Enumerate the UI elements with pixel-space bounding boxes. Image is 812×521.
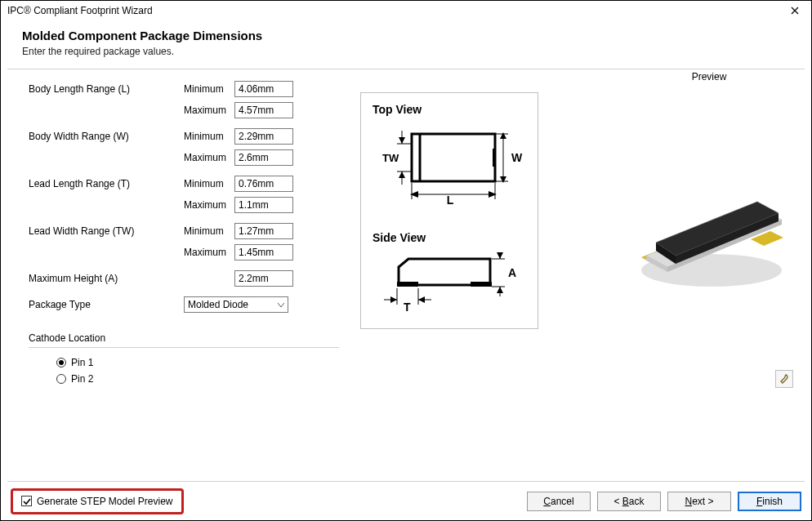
svg-marker-36 bbox=[418, 296, 425, 303]
body-width-min-input[interactable] bbox=[234, 128, 293, 145]
body-width-label: Body Width Range (W) bbox=[29, 131, 184, 142]
preview-settings-button[interactable] bbox=[775, 370, 793, 388]
svg-marker-6 bbox=[500, 132, 506, 139]
svg-rect-23 bbox=[471, 282, 492, 287]
body-length-max-input[interactable] bbox=[234, 102, 293, 118]
minimum-label: Minimum bbox=[184, 178, 234, 189]
back-button[interactable]: < Back bbox=[597, 492, 661, 511]
back-button-label: < Back bbox=[613, 496, 644, 507]
wizard-window: IPC® Compliant Footprint Wizard Molded C… bbox=[0, 0, 812, 521]
top-view-diagram: W TW L bbox=[373, 124, 526, 206]
cathode-pin1-row[interactable]: Pin 1 bbox=[56, 354, 355, 371]
page-subtitle: Enter the required package values. bbox=[22, 46, 790, 57]
svg-rect-0 bbox=[412, 134, 495, 181]
radio-icon bbox=[56, 374, 66, 384]
package-type-select[interactable]: Molded Diode bbox=[184, 296, 288, 313]
checkmark-icon bbox=[23, 497, 31, 505]
svg-text:A: A bbox=[508, 266, 516, 279]
cathode-location-label: Cathode Location bbox=[29, 332, 355, 344]
body-length-label: Body Length Range (L) bbox=[29, 83, 184, 95]
form-column: Body Length Range (L) Minimum Maximum Bo… bbox=[29, 79, 355, 481]
svg-marker-7 bbox=[500, 176, 506, 183]
package-type-label: Package Type bbox=[29, 299, 184, 310]
cathode-option-1: Pin 1 bbox=[71, 357, 93, 368]
body-width-max-input[interactable] bbox=[234, 149, 293, 166]
lead-length-label: Lead Length Range (T) bbox=[29, 178, 184, 189]
cathode-pin2-row[interactable]: Pin 2 bbox=[56, 371, 355, 387]
lead-width-min-input[interactable] bbox=[234, 223, 293, 239]
lead-length-max-input[interactable] bbox=[234, 197, 293, 213]
svg-marker-14 bbox=[399, 171, 405, 178]
chevron-down-icon bbox=[278, 301, 284, 309]
finish-button[interactable]: Finish bbox=[738, 492, 801, 511]
cathode-option-2: Pin 2 bbox=[71, 373, 93, 385]
page-title: Molded Component Package Dimensions bbox=[22, 29, 790, 42]
top-view-title: Top View bbox=[373, 103, 526, 116]
side-view-title: Side View bbox=[373, 231, 526, 244]
svg-marker-34 bbox=[390, 296, 397, 303]
titlebar: IPC® Compliant Footprint Wizard bbox=[1, 1, 811, 20]
wizard-header: Molded Component Package Dimensions Ente… bbox=[1, 20, 811, 69]
wrench-icon bbox=[779, 373, 790, 385]
preview-label: Preview bbox=[623, 71, 795, 82]
svg-marker-29 bbox=[497, 287, 503, 293]
maximum-label: Maximum bbox=[184, 199, 234, 211]
finish-button-label: Finish bbox=[756, 496, 783, 507]
max-height-input[interactable] bbox=[234, 270, 293, 287]
diagram-box: Top View W bbox=[360, 92, 538, 329]
maximum-label: Maximum bbox=[184, 247, 234, 258]
svg-text:W: W bbox=[511, 151, 523, 164]
minimum-label: Minimum bbox=[184, 83, 234, 95]
content-area: Body Length Range (L) Minimum Maximum Bo… bbox=[1, 69, 811, 481]
close-icon bbox=[791, 7, 799, 15]
step-preview-checkbox[interactable] bbox=[21, 496, 32, 506]
svg-marker-12 bbox=[399, 137, 405, 144]
package-type-value: Molded Diode bbox=[188, 299, 248, 310]
svg-text:TW: TW bbox=[382, 152, 399, 164]
step-preview-label: Generate STEP Model Preview bbox=[37, 496, 173, 507]
maximum-label: Maximum bbox=[184, 105, 234, 116]
cathode-separator bbox=[29, 347, 339, 348]
preview-canvas[interactable] bbox=[623, 89, 795, 390]
cancel-button-label: Cancel bbox=[543, 496, 573, 507]
side-view-diagram: A T bbox=[373, 252, 526, 318]
minimum-label: Minimum bbox=[184, 225, 234, 237]
lead-length-min-input[interactable] bbox=[234, 176, 293, 192]
svg-rect-22 bbox=[397, 282, 418, 287]
next-button-label: Next > bbox=[685, 496, 713, 507]
minimum-label: Minimum bbox=[184, 131, 234, 142]
svg-text:T: T bbox=[404, 301, 411, 314]
maximum-label: Maximum bbox=[184, 152, 234, 163]
diagram-column: Top View W bbox=[360, 79, 538, 481]
cancel-button[interactable]: Cancel bbox=[527, 492, 591, 511]
svg-marker-27 bbox=[497, 252, 503, 259]
next-button[interactable]: Next > bbox=[667, 492, 731, 511]
lead-width-label: Lead Width Range (TW) bbox=[29, 225, 184, 237]
radio-icon-checked bbox=[56, 358, 66, 367]
lead-width-max-input[interactable] bbox=[234, 244, 293, 260]
preview-column: Preview bbox=[623, 71, 795, 390]
footer-bar: Generate STEP Model Preview Cancel < Bac… bbox=[7, 481, 805, 520]
step-preview-highlight: Generate STEP Model Preview bbox=[11, 488, 184, 514]
window-title: IPC® Compliant Footprint Wizard bbox=[7, 5, 785, 16]
close-button[interactable] bbox=[785, 3, 805, 18]
svg-text:L: L bbox=[447, 194, 454, 206]
body-length-min-input[interactable] bbox=[234, 81, 293, 97]
preview-3d-model bbox=[623, 89, 795, 390]
max-height-label: Maximum Height (A) bbox=[29, 273, 184, 284]
